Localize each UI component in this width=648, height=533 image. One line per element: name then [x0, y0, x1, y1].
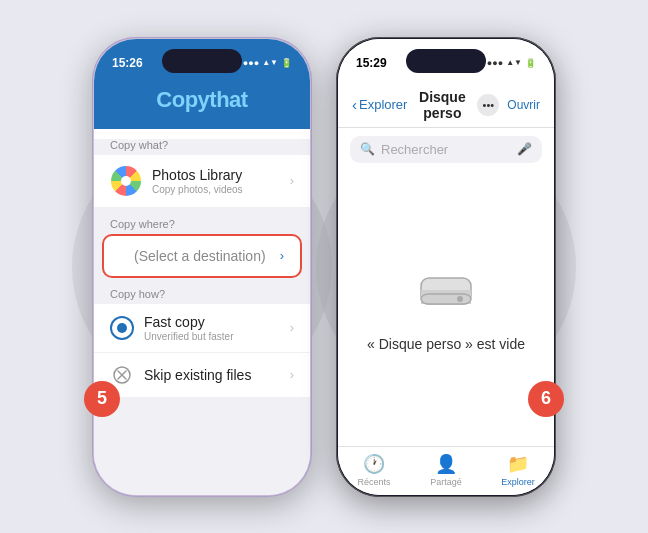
- app-title: Copythat: [156, 87, 247, 113]
- app-header: ← Copythat: [94, 83, 310, 129]
- nav-actions: ••• Ouvrir: [477, 94, 540, 116]
- phone-1-inner: 15:26 ●●● ▲▼ 🔋 ← Copythat: [94, 39, 310, 495]
- dynamic-island-2: [406, 49, 486, 73]
- dynamic-island-1: [162, 49, 242, 73]
- more-dots: •••: [483, 99, 495, 111]
- tab-explorer[interactable]: 📁 Explorer: [482, 453, 554, 487]
- mic-icon[interactable]: 🎤: [517, 142, 532, 156]
- nav-back[interactable]: ‹ Explorer: [352, 96, 407, 113]
- back-chevron: ‹: [352, 96, 357, 113]
- skip-files-item[interactable]: Skip existing files ›: [94, 353, 310, 398]
- status-time-1: 15:26: [112, 56, 143, 70]
- tab-bar: 🕐 Récents 👤 Partagé 📁 Explorer: [338, 446, 554, 495]
- explorer-label: Explorer: [501, 477, 535, 487]
- phone-1-wrapper: 5 15:26 ●●● ▲▼ 🔋 ←: [92, 37, 312, 497]
- skip-icon: [110, 363, 134, 387]
- empty-state: « Disque perso » est vide: [338, 171, 554, 446]
- step-badge-5: 5: [84, 381, 120, 417]
- nav-title: Disque perso: [407, 89, 477, 121]
- nav-bar: ‹ Explorer Disque perso ••• Ouvrir: [338, 83, 554, 128]
- fast-copy-title: Fast copy: [144, 314, 290, 330]
- nav-more-button[interactable]: •••: [477, 94, 499, 116]
- fast-copy-check: [117, 323, 127, 333]
- fast-copy-item[interactable]: Fast copy Unverified but faster ›: [94, 304, 310, 353]
- photos-library-sub: Copy photos, videos: [152, 184, 290, 195]
- recents-icon: 🕐: [363, 453, 385, 475]
- phone2-content: 15:29 ●●● ▲▼ 🔋 ‹ Explorer Disqu: [338, 39, 554, 495]
- title-prefix: Copy: [156, 87, 209, 112]
- photos-library-item[interactable]: Photos Library Copy photos, videos ›: [94, 155, 310, 208]
- fast-copy-chevron: ›: [290, 320, 294, 335]
- partage-label: Partagé: [430, 477, 462, 487]
- photos-icon: [110, 165, 142, 197]
- status-time-2: 15:29: [356, 56, 387, 70]
- search-icon: 🔍: [360, 142, 375, 156]
- open-button[interactable]: Ouvrir: [507, 98, 540, 112]
- skip-files-title: Skip existing files: [144, 367, 290, 383]
- section-label-how: Copy how?: [110, 288, 294, 300]
- back-label[interactable]: Explorer: [359, 97, 407, 112]
- section-label-where: Copy where?: [110, 218, 294, 230]
- search-bar[interactable]: 🔍 Rechercher 🎤: [350, 136, 542, 163]
- partage-icon: 👤: [435, 453, 457, 475]
- recents-label: Récents: [357, 477, 390, 487]
- status-icons-2: ●●● ▲▼ 🔋: [487, 58, 536, 68]
- fast-copy-sub: Unverified but faster: [144, 331, 290, 342]
- phone-2: 15:29 ●●● ▲▼ 🔋 ‹ Explorer Disqu: [336, 37, 556, 497]
- title-suffix: that: [209, 87, 247, 112]
- phone-2-inner: 15:29 ●●● ▲▼ 🔋 ‹ Explorer Disqu: [338, 39, 554, 495]
- header-back-icon[interactable]: ←: [124, 129, 142, 150]
- photos-library-title: Photos Library: [152, 167, 290, 183]
- tab-partage[interactable]: 👤 Partagé: [410, 453, 482, 487]
- photos-chevron: ›: [290, 173, 294, 188]
- search-placeholder: Rechercher: [381, 142, 511, 157]
- svg-rect-2: [421, 294, 471, 304]
- phone1-content: Copy what? Photos Library Copy photos, v…: [94, 139, 310, 495]
- status-icons-1: ●●● ▲▼ 🔋: [243, 58, 292, 68]
- skip-files-chevron: ›: [290, 367, 294, 382]
- svg-point-3: [457, 296, 463, 302]
- destination-chevron: ›: [280, 248, 284, 263]
- hdd-icon: [416, 264, 476, 324]
- empty-state-text: « Disque perso » est vide: [367, 336, 525, 352]
- destination-text: (Select a destination): [120, 248, 280, 264]
- destination-selector[interactable]: (Select a destination) ›: [102, 234, 302, 278]
- phone-1: 15:26 ●●● ▲▼ 🔋 ← Copythat: [92, 37, 312, 497]
- phone-2-wrapper: 6 15:29 ●●● ▲▼ 🔋: [336, 37, 556, 497]
- tab-recents[interactable]: 🕐 Récents: [338, 453, 410, 487]
- explorer-icon: 📁: [507, 453, 529, 475]
- fast-copy-icon: [110, 316, 134, 340]
- step-badge-6: 6: [528, 381, 564, 417]
